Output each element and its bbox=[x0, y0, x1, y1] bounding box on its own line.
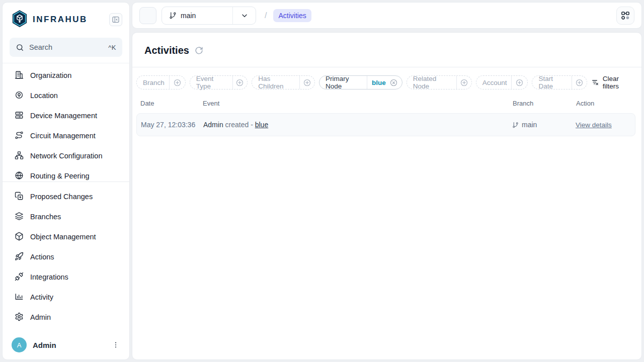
circle-plus-icon[interactable] bbox=[232, 78, 247, 87]
sidebar-item-proposed-changes[interactable]: Proposed Changes bbox=[3, 187, 129, 207]
sidebar: INFRAHUB Search ^K Organization Location… bbox=[2, 2, 130, 360]
event-object-link[interactable]: blue bbox=[255, 121, 268, 129]
sidebar-item-actions[interactable]: Actions bbox=[3, 247, 129, 267]
column-header-date: Date bbox=[136, 100, 199, 107]
sidebar-item-organization[interactable]: Organization bbox=[3, 65, 129, 85]
circle-x-icon[interactable] bbox=[389, 78, 402, 87]
chevron-down-icon[interactable] bbox=[232, 7, 256, 24]
route-icon bbox=[15, 131, 24, 141]
git-branch-icon bbox=[169, 12, 177, 19]
filter-chip-related-node[interactable]: Related Node bbox=[407, 75, 472, 89]
sidebar-item-label: Integrations bbox=[30, 273, 68, 281]
clear-filters-label: Clear filters bbox=[603, 75, 634, 90]
filter-chip-label: Event Type bbox=[190, 75, 232, 90]
filter-chip-label: Related Node bbox=[407, 75, 456, 90]
plug-icon bbox=[15, 272, 24, 283]
sidebar-item-label: Branches bbox=[30, 213, 61, 221]
view-details-link[interactable]: View details bbox=[576, 121, 612, 129]
sidebar-item-label: Object Management bbox=[30, 233, 96, 241]
branch-selected-value: main bbox=[181, 12, 196, 20]
diff-icon bbox=[15, 192, 24, 202]
event-verb: created - bbox=[225, 121, 253, 129]
sidebar-item-label: Actions bbox=[30, 253, 54, 261]
sidebar-item-label: Circuit Management bbox=[30, 132, 96, 140]
filter-chip-label: Account bbox=[476, 79, 512, 86]
event-actor: Admin bbox=[203, 121, 223, 129]
globe-icon bbox=[15, 171, 24, 182]
network-icon bbox=[15, 151, 24, 161]
filter-x-icon bbox=[591, 78, 599, 86]
sidebar-nav-schema-group: Organization Location Device Management … bbox=[3, 63, 129, 182]
layers-icon bbox=[15, 212, 24, 222]
table-row[interactable]: May 27, 12:03:36 Admin created - blue ma… bbox=[136, 113, 635, 136]
breadcrumb-activities[interactable]: Activities bbox=[273, 9, 311, 22]
filter-chip-has-children[interactable]: Has Children bbox=[252, 75, 315, 89]
sidebar-item-admin[interactable]: Admin bbox=[3, 307, 129, 327]
column-header-branch: Branch bbox=[509, 100, 572, 107]
logo-row: INFRAHUB bbox=[3, 3, 129, 36]
schema-graph-button[interactable] bbox=[616, 7, 634, 25]
sidebar-item-integrations[interactable]: Integrations bbox=[3, 267, 129, 287]
circle-plus-icon[interactable] bbox=[170, 78, 185, 87]
sidebar-item-routing-peering[interactable]: Routing & Peering bbox=[3, 166, 129, 182]
circle-plus-icon[interactable] bbox=[572, 78, 587, 87]
user-name: Admin bbox=[33, 341, 104, 349]
infrahub-logo-icon bbox=[12, 10, 28, 30]
search-shortcut: ^K bbox=[108, 44, 116, 51]
sidebar-item-label: Organization bbox=[30, 71, 71, 79]
map-pin-icon bbox=[15, 90, 24, 101]
kebab-menu-icon[interactable] bbox=[110, 339, 121, 350]
filter-chip-primary-node[interactable]: Primary Node blue bbox=[319, 75, 403, 89]
sidebar-item-label: Device Management bbox=[30, 112, 97, 120]
sidebar-item-label: Routing & Peering bbox=[30, 172, 90, 180]
sidebar-item-label: Network Configuration bbox=[30, 152, 102, 160]
rocket-icon bbox=[15, 252, 24, 262]
table-header: Date Event Branch Action bbox=[136, 100, 635, 107]
row-branch: main bbox=[508, 121, 572, 129]
page-title: Activities bbox=[144, 45, 189, 56]
filter-bar: Branch Event Type Has Children Primary N… bbox=[132, 67, 641, 90]
sidebar-nav-main-group: Proposed Changes Branches Object Managem… bbox=[3, 182, 129, 332]
sidebar-item-label: Location bbox=[30, 92, 58, 100]
building-icon bbox=[15, 70, 24, 81]
circle-plus-icon[interactable] bbox=[457, 78, 471, 87]
sidebar-item-activity[interactable]: Activity bbox=[3, 287, 129, 307]
column-header-event: Event bbox=[199, 100, 509, 107]
refresh-icon[interactable] bbox=[195, 46, 203, 55]
sidebar-item-branches[interactable]: Branches bbox=[3, 207, 129, 227]
server-icon bbox=[15, 111, 24, 121]
filter-chip-label: Has Children bbox=[252, 75, 299, 90]
row-branch-name: main bbox=[522, 121, 537, 129]
sidebar-item-location[interactable]: Location bbox=[3, 85, 129, 106]
search-input[interactable]: Search ^K bbox=[10, 38, 122, 57]
sidebar-item-label: Proposed Changes bbox=[30, 193, 93, 201]
git-branch-icon bbox=[512, 122, 519, 128]
filter-chip-account[interactable]: Account bbox=[476, 75, 528, 89]
sidebar-item-label: Activity bbox=[30, 293, 53, 301]
branch-selector[interactable]: main bbox=[162, 7, 256, 25]
filter-chip-start-date[interactable]: Start Date bbox=[532, 75, 587, 89]
collapse-sidebar-button[interactable] bbox=[109, 13, 122, 26]
user-menu[interactable]: A Admin bbox=[3, 332, 129, 359]
search-icon bbox=[16, 43, 24, 52]
sidebar-item-circuit-management[interactable]: Circuit Management bbox=[3, 126, 129, 146]
filter-chip-label: Start Date bbox=[532, 75, 572, 90]
filter-chip-event-type[interactable]: Event Type bbox=[190, 75, 248, 89]
sidebar-item-object-management[interactable]: Object Management bbox=[3, 227, 129, 247]
avatar: A bbox=[12, 337, 27, 352]
bar-chart-icon bbox=[15, 292, 24, 303]
sidebar-item-device-management[interactable]: Device Management bbox=[3, 106, 129, 126]
sidebar-item-label: Admin bbox=[30, 313, 51, 321]
clear-filters-button[interactable]: Clear filters bbox=[591, 75, 634, 90]
circle-plus-icon[interactable] bbox=[512, 78, 527, 87]
row-event: Admin created - blue bbox=[199, 121, 508, 129]
sidebar-item-network-configuration[interactable]: Network Configuration bbox=[3, 146, 129, 166]
filter-chip-branch[interactable]: Branch bbox=[136, 75, 186, 89]
topbar: main / Activities bbox=[132, 2, 642, 29]
time-travel-button[interactable] bbox=[139, 7, 156, 24]
circle-plus-icon[interactable] bbox=[300, 78, 314, 87]
gear-icon bbox=[15, 312, 24, 323]
filter-chip-label: Primary Node bbox=[319, 75, 367, 90]
brand-title: INFRAHUB bbox=[33, 15, 109, 25]
column-header-action: Action bbox=[572, 100, 635, 107]
